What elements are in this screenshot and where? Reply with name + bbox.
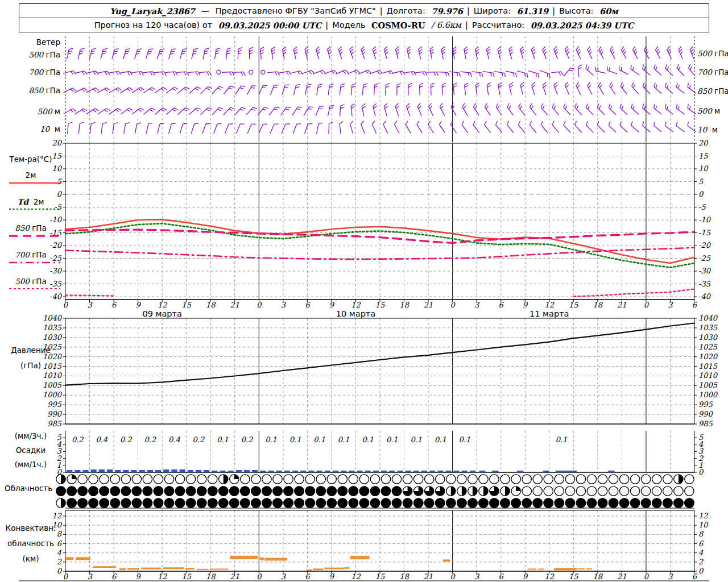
- svg-text:2: 2: [698, 558, 704, 566]
- svg-text:12: 12: [52, 512, 61, 520]
- svg-text:990: 990: [698, 410, 714, 418]
- svg-text:15: 15: [375, 301, 385, 309]
- svg-text:5: 5: [57, 177, 62, 186]
- svg-text:3: 3: [87, 301, 93, 309]
- svg-text:-25: -25: [49, 254, 62, 263]
- svg-text:-20: -20: [698, 241, 712, 250]
- svg-text:11 марта: 11 марта: [530, 309, 569, 318]
- svg-text:0.1: 0.1: [410, 435, 422, 444]
- svg-text:10: 10: [698, 164, 709, 173]
- svg-text:9: 9: [329, 301, 335, 309]
- svg-text:21: 21: [424, 572, 433, 581]
- svg-text:8: 8: [57, 530, 63, 538]
- svg-text:990: 990: [47, 410, 63, 418]
- svg-text:1035: 1035: [43, 323, 62, 332]
- svg-text:6: 6: [692, 301, 698, 309]
- svg-text:0.1: 0.1: [386, 435, 398, 444]
- svg-text:1010: 1010: [43, 371, 63, 380]
- svg-text:10 марта: 10 марта: [336, 309, 375, 318]
- svg-text:09 марта: 09 марта: [142, 309, 181, 318]
- svg-text:0: 0: [450, 301, 456, 309]
- svg-text:0.2: 0.2: [241, 435, 253, 444]
- svg-text:2: 2: [57, 558, 62, 566]
- svg-text:0.4: 0.4: [168, 435, 180, 444]
- svg-text:-35: -35: [698, 280, 711, 288]
- svg-text:1015: 1015: [698, 362, 718, 371]
- svg-text:0: 0: [63, 572, 69, 581]
- svg-text:0: 0: [698, 567, 704, 575]
- meteogram-canvas: 2020151510105500-5-5-10-10-15-15-20-20-2…: [0, 0, 728, 582]
- svg-text:21: 21: [617, 301, 627, 309]
- svg-text:995: 995: [698, 400, 713, 409]
- series-500 гПа: [573, 289, 694, 297]
- svg-text:15: 15: [569, 301, 578, 309]
- svg-text:12: 12: [351, 572, 361, 581]
- svg-text:6: 6: [499, 301, 504, 309]
- svg-text:3: 3: [474, 572, 480, 581]
- svg-text:15: 15: [181, 301, 191, 309]
- svg-text:15: 15: [375, 572, 385, 581]
- svg-text:12: 12: [698, 512, 708, 520]
- svg-text:15: 15: [181, 572, 191, 581]
- svg-text:10: 10: [52, 521, 62, 529]
- svg-text:0.1: 0.1: [556, 435, 568, 444]
- svg-text:0.1: 0.1: [217, 435, 229, 444]
- svg-text:12: 12: [351, 301, 361, 309]
- svg-text:1030: 1030: [43, 333, 63, 342]
- svg-text:1015: 1015: [43, 362, 62, 371]
- cloudiness-rows-layer: [56, 475, 694, 508]
- svg-text:1040: 1040: [698, 314, 718, 322]
- svg-text:1040: 1040: [43, 314, 63, 322]
- svg-text:0: 0: [698, 190, 704, 198]
- svg-text:6: 6: [57, 539, 63, 548]
- svg-text:1020: 1020: [43, 352, 63, 361]
- svg-text:5: 5: [698, 177, 704, 186]
- svg-text:10: 10: [698, 521, 709, 529]
- svg-text:-25: -25: [698, 254, 711, 263]
- svg-text:-30: -30: [49, 267, 63, 275]
- svg-text:-15: -15: [698, 228, 711, 237]
- svg-text:9: 9: [523, 572, 528, 581]
- svg-text:1030: 1030: [698, 333, 718, 342]
- svg-text:0.1: 0.1: [289, 435, 301, 444]
- svg-text:20: 20: [52, 139, 62, 147]
- svg-text:-5: -5: [698, 203, 706, 211]
- svg-text:8: 8: [698, 530, 704, 538]
- svg-text:0.1: 0.1: [435, 435, 446, 444]
- svg-text:18: 18: [399, 301, 410, 309]
- svg-text:-35: -35: [49, 280, 62, 288]
- svg-text:20: 20: [698, 139, 709, 147]
- svg-text:-40: -40: [698, 292, 712, 301]
- meteogram-page: Yug_Laryak_23867 — Предоставлено ФГБУ "З…: [0, 0, 728, 582]
- svg-text:-20: -20: [49, 241, 63, 250]
- series-500 гПа: [65, 295, 114, 296]
- svg-text:4: 4: [698, 548, 704, 557]
- svg-text:1000: 1000: [43, 390, 63, 399]
- svg-text:0.2: 0.2: [72, 435, 84, 444]
- svg-text:21: 21: [424, 301, 433, 309]
- time-axis-labels-layer: 0033669912121515181821210033669912121515…: [63, 300, 698, 581]
- svg-text:0.1: 0.1: [338, 435, 350, 444]
- series-2м: [65, 219, 694, 263]
- svg-text:3: 3: [474, 301, 480, 309]
- svg-text:0: 0: [57, 190, 63, 198]
- svg-text:0.1: 0.1: [459, 435, 471, 444]
- svg-text:12: 12: [158, 301, 167, 309]
- svg-text:9: 9: [135, 572, 141, 581]
- svg-text:21: 21: [230, 572, 239, 581]
- svg-text:1025: 1025: [43, 343, 62, 351]
- svg-text:1005: 1005: [698, 381, 718, 389]
- svg-text:4: 4: [57, 548, 62, 557]
- svg-text:12: 12: [544, 572, 554, 581]
- svg-text:-10: -10: [698, 215, 712, 224]
- svg-text:6: 6: [698, 539, 704, 548]
- svg-text:0.2: 0.2: [120, 435, 132, 444]
- svg-text:-10: -10: [49, 215, 63, 224]
- svg-text:0.1: 0.1: [362, 435, 374, 444]
- svg-text:6: 6: [499, 572, 504, 581]
- svg-text:1020: 1020: [698, 352, 718, 361]
- svg-text:9: 9: [135, 301, 141, 309]
- svg-text:1035: 1035: [698, 323, 718, 332]
- svg-text:6: 6: [305, 572, 311, 581]
- svg-text:18: 18: [399, 572, 410, 581]
